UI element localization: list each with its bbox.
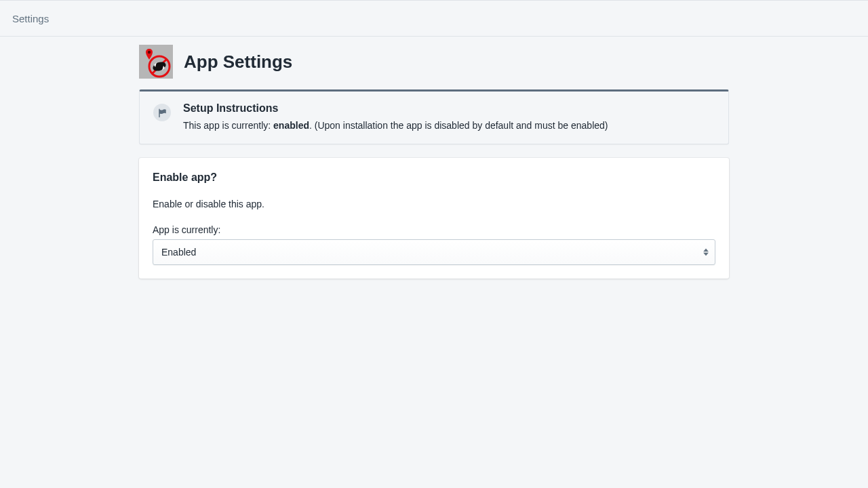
card-description: Enable or disable this app. — [153, 199, 715, 209]
app-enable-select[interactable]: EnabledDisabled — [153, 239, 715, 265]
info-text-suffix: . (Upon installation the app is disabled… — [309, 120, 608, 131]
info-title: Setup Instructions — [183, 102, 715, 115]
info-content: Setup Instructions This app is currently… — [183, 102, 715, 133]
info-status-word: enabled — [273, 120, 309, 131]
page-header: App Settings — [139, 45, 729, 89]
card-title: Enable app? — [153, 171, 715, 184]
select-label: App is currently: — [153, 224, 715, 235]
enable-app-card: Enable app? Enable or disable this app. … — [139, 158, 729, 279]
app-icon — [139, 45, 173, 79]
info-text-prefix: This app is currently: — [183, 120, 273, 131]
setup-instructions-card: Setup Instructions This app is currently… — [139, 89, 729, 144]
breadcrumb: Settings — [12, 13, 49, 24]
svg-point-1 — [148, 51, 151, 54]
main-content: App Settings Setup Instructions This app… — [139, 37, 729, 287]
info-text: This app is currently: enabled. (Upon in… — [183, 119, 715, 133]
select-wrapper: EnabledDisabled — [153, 239, 715, 265]
flag-icon — [153, 104, 171, 121]
top-bar: Settings — [0, 0, 868, 37]
page-title: App Settings — [184, 52, 292, 73]
